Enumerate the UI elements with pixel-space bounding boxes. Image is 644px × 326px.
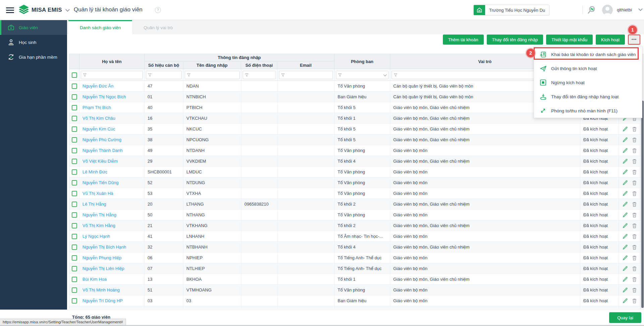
- delete-icon[interactable]: [632, 298, 637, 304]
- delete-icon[interactable]: [632, 159, 637, 164]
- delete-icon[interactable]: [632, 234, 637, 239]
- teacher-name-link[interactable]: Nguyễn Kim Cúc: [82, 126, 115, 131]
- filter-dept-select[interactable]: [336, 71, 389, 79]
- delete-icon[interactable]: [632, 191, 637, 196]
- menu-item-khai-bao[interactable]: Khai báo tài khoản từ danh sách giáo viê…: [534, 47, 642, 61]
- edit-icon[interactable]: [623, 137, 628, 143]
- column-header-username[interactable]: Tên đăng nhập: [183, 61, 241, 69]
- teacher-name-link[interactable]: Võ Thị Minh Hoàng: [82, 287, 120, 292]
- delete-icon[interactable]: [632, 255, 637, 261]
- column-header-phone[interactable]: Số điện thoại: [241, 61, 277, 69]
- teacher-name-link[interactable]: Nguyễn Trí Dũng HP: [82, 298, 123, 303]
- row-checkbox[interactable]: [72, 234, 77, 239]
- delete-icon[interactable]: [632, 169, 637, 175]
- delete-icon[interactable]: [632, 148, 637, 153]
- edit-icon[interactable]: [623, 309, 628, 309]
- filter-email-input[interactable]: [279, 71, 333, 79]
- column-header-code[interactable]: Số hiệu cán bộ: [144, 61, 183, 69]
- edit-icon[interactable]: [623, 191, 628, 196]
- teacher-name-link[interactable]: Võ Thị Kim Châu: [82, 116, 115, 121]
- toolbar-button-2[interactable]: Thiết lập mật khẩu: [546, 35, 593, 45]
- row-checkbox[interactable]: [72, 84, 77, 89]
- teacher-name-link[interactable]: Nguyễn Thị Bích Hạnh: [82, 245, 126, 250]
- more-actions-button[interactable]: •••: [628, 35, 640, 45]
- row-checkbox[interactable]: [72, 180, 77, 185]
- username[interactable]: qlthietbi: [617, 7, 632, 12]
- teacher-name-link[interactable]: Nguyễn Thị Hằng: [82, 212, 116, 217]
- row-checkbox[interactable]: [72, 298, 77, 304]
- scrollbar-thumb[interactable]: [641, 101, 644, 308]
- edit-icon[interactable]: [623, 298, 628, 304]
- edit-icon[interactable]: [623, 180, 628, 185]
- row-checkbox[interactable]: [72, 94, 77, 100]
- toolbar-button-3[interactable]: Kích hoạt: [596, 35, 625, 45]
- teacher-name-link[interactable]: Nguyễn Đức Ân: [82, 84, 114, 89]
- row-checkbox[interactable]: [72, 212, 77, 218]
- menu-item-ngung-kich-hoat[interactable]: Ngừng kích hoạt: [534, 75, 642, 90]
- row-checkbox[interactable]: [72, 105, 77, 110]
- teacher-name-link[interactable]: Nguyễn Thị Ngọc Bích: [82, 94, 126, 99]
- filter-name-input[interactable]: [81, 71, 143, 79]
- toolbar-button-0[interactable]: Thêm tài khoản: [443, 35, 484, 45]
- avatar[interactable]: [602, 5, 613, 15]
- edit-icon[interactable]: [623, 287, 628, 293]
- teacher-name-link[interactable]: Phạm Thị Bích: [82, 105, 111, 110]
- teacher-name-link[interactable]: Bùi Kim Hoa: [82, 277, 107, 282]
- edit-icon[interactable]: [623, 148, 628, 153]
- column-header-dept[interactable]: Phòng ban: [335, 54, 390, 69]
- help-icon[interactable]: ?: [155, 7, 161, 13]
- edit-icon[interactable]: [623, 234, 628, 239]
- edit-icon[interactable]: [623, 212, 628, 218]
- row-checkbox[interactable]: [72, 202, 77, 207]
- edit-icon[interactable]: [623, 255, 628, 261]
- teacher-name-link[interactable]: Lê Minh Đức: [82, 169, 107, 174]
- row-checkbox[interactable]: [72, 287, 77, 293]
- edit-icon[interactable]: [623, 159, 628, 164]
- sidebar-item-giao-vien[interactable]: Giáo viên: [0, 20, 67, 35]
- search-n-icon[interactable]: [587, 5, 596, 16]
- teacher-name-link[interactable]: Vũ Thị Xuân Hà: [82, 191, 113, 196]
- delete-icon[interactable]: [632, 202, 637, 207]
- row-checkbox[interactable]: [72, 126, 77, 132]
- brand[interactable]: MISA EMIS: [19, 5, 69, 15]
- row-checkbox[interactable]: [72, 159, 77, 164]
- tab-quan-ly-vai-tro[interactable]: Quản lý vai trò: [132, 20, 184, 34]
- edit-icon[interactable]: [623, 277, 628, 282]
- delete-icon[interactable]: [632, 245, 637, 250]
- delete-icon[interactable]: [632, 137, 637, 143]
- row-checkbox[interactable]: [72, 116, 77, 121]
- teacher-name-link[interactable]: Võ Thị Kim Hằng: [82, 223, 115, 228]
- sidebar-item-hoc-sinh[interactable]: Học sinh: [0, 35, 67, 50]
- row-checkbox[interactable]: [72, 309, 77, 309]
- back-button[interactable]: Quay lại: [609, 312, 641, 323]
- delete-icon[interactable]: [632, 266, 637, 271]
- filter-code-input[interactable]: [146, 71, 182, 79]
- teacher-name-link[interactable]: Nguyễn Phụng Hiệp: [82, 255, 121, 260]
- toolbar-button-1[interactable]: Thay đổi tên đăng nhập: [487, 35, 543, 45]
- teacher-name-link[interactable]: Lý Ngọc Hạnh: [82, 234, 110, 239]
- school-selector[interactable]: Trường Tiểu Học Nguyễn Du: [473, 5, 549, 15]
- teacher-name-link[interactable]: Nguyễn Thị Liên Hiệp: [82, 266, 124, 271]
- delete-icon[interactable]: [632, 287, 637, 293]
- delete-icon[interactable]: [632, 180, 637, 185]
- teacher-name-link[interactable]: Nguyễn Tiến Dũng: [82, 180, 119, 185]
- column-header-email[interactable]: Email: [277, 61, 334, 69]
- hamburger-menu-icon[interactable]: [6, 7, 14, 13]
- row-checkbox[interactable]: [72, 277, 77, 282]
- column-header-name[interactable]: Họ và tên: [79, 54, 144, 69]
- edit-icon[interactable]: [623, 245, 628, 250]
- filter-username-input[interactable]: [185, 71, 240, 79]
- row-checkbox[interactable]: [72, 223, 77, 228]
- teacher-name-link[interactable]: Nguyễn Thành Danh: [82, 148, 123, 153]
- edit-icon[interactable]: [623, 266, 628, 271]
- teacher-name-link[interactable]: Võ Việt Kiều Diễm: [82, 159, 118, 164]
- delete-icon[interactable]: [632, 126, 637, 132]
- sidebar-item-gia-han[interactable]: Gia hạn phần mềm: [0, 50, 67, 64]
- row-checkbox[interactable]: [72, 191, 77, 196]
- teacher-name-link[interactable]: Nguyễn Phú Cường: [82, 137, 121, 142]
- row-checkbox[interactable]: [72, 137, 77, 143]
- edit-icon[interactable]: [623, 202, 628, 207]
- edit-icon[interactable]: [623, 169, 628, 175]
- menu-item-thay-doi-hang-loat[interactable]: Thay đổi tên đăng nhập hàng loạt: [534, 90, 642, 104]
- row-checkbox[interactable]: [72, 266, 77, 271]
